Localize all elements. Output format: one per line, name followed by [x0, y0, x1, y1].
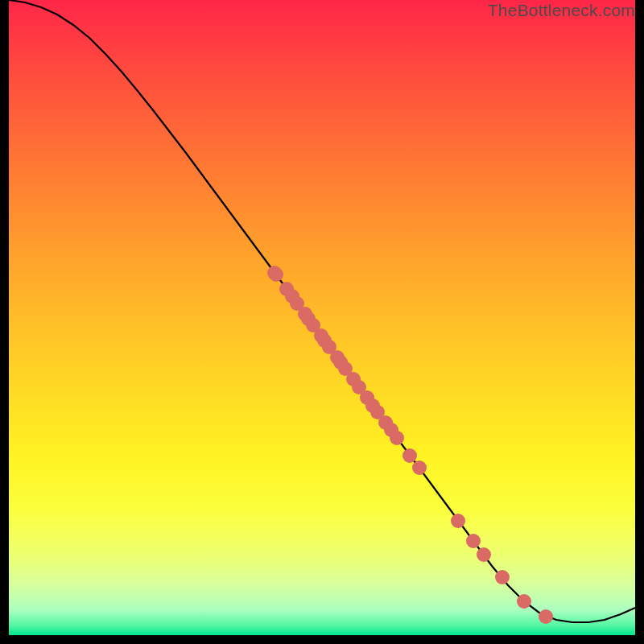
data-dot: [539, 609, 553, 624]
chart-svg: [9, 0, 635, 635]
watermark-text: TheBottleneck.com: [488, 1, 635, 20]
data-dot: [412, 460, 427, 475]
data-dot: [390, 431, 404, 445]
data-dot: [269, 267, 283, 282]
data-dot: [451, 514, 465, 528]
data-dot: [477, 547, 491, 562]
data-dot: [402, 448, 417, 463]
data-dot: [495, 570, 510, 584]
gradient-background: [9, 0, 635, 635]
data-dot: [517, 594, 531, 609]
chart-frame: TheBottleneck.com: [9, 0, 635, 635]
data-dot: [466, 534, 481, 548]
